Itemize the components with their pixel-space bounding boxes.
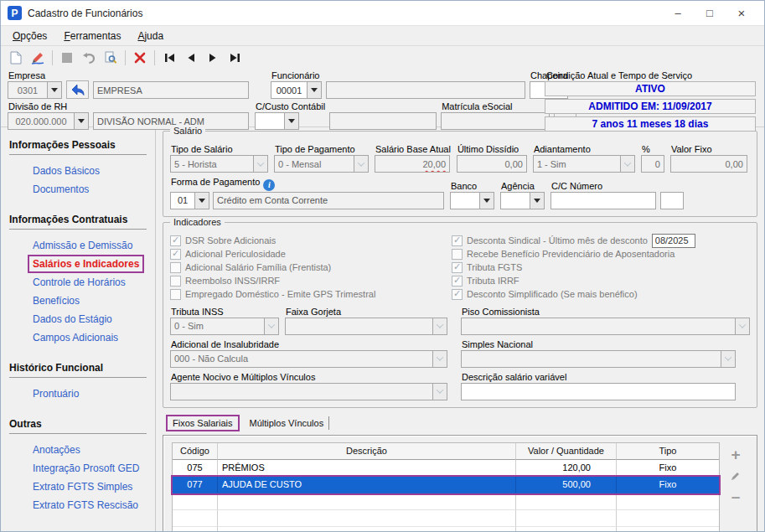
tributa-inss-dropdown-icon[interactable] xyxy=(265,318,279,335)
sidebar-item-prontuario[interactable]: Prontuário xyxy=(33,385,147,403)
cc-numero-field[interactable] xyxy=(550,192,656,209)
add-row-button[interactable] xyxy=(727,447,744,462)
tributa-inss-select[interactable]: 0 - Sim xyxy=(170,318,265,335)
empresa-dropdown-icon[interactable] xyxy=(48,81,62,99)
banco-field[interactable] xyxy=(450,192,480,209)
percent-field[interactable]: 0 xyxy=(641,155,664,173)
faixa-gorjeta-select[interactable] xyxy=(285,318,433,335)
nav-prev-icon[interactable] xyxy=(181,49,201,67)
valor-fixo-field[interactable]: 0,00 xyxy=(670,155,747,173)
checkbox-adicional-salario-familia[interactable]: Adicional Salário Família (Frentista) xyxy=(170,261,452,274)
tipo-salario-select[interactable]: 5 - Horista xyxy=(170,155,254,173)
simples-nacional-select[interactable] xyxy=(461,350,721,368)
funcionario-dropdown-icon[interactable] xyxy=(308,81,322,99)
new-record-icon[interactable] xyxy=(6,49,26,67)
table-row-selected[interactable]: 077 AJUDA DE CUSTO 500,00 Fixo xyxy=(173,477,719,493)
insalubridade-dropdown-icon[interactable] xyxy=(433,350,447,368)
close-button[interactable]: × xyxy=(726,3,757,24)
agente-nocivo-dropdown-icon[interactable] xyxy=(433,383,447,400)
tipo-pagamento-dropdown-icon[interactable] xyxy=(354,155,369,173)
checkbox-reembolso-inss-irrf[interactable]: Reembolso INSS/IRRF xyxy=(170,275,452,287)
table-row[interactable]: 075 PRÊMIOS 120,00 Fixo xyxy=(173,460,719,477)
col-header-tipo[interactable]: Tipo xyxy=(617,443,719,460)
menu-bar: Opções Ferramentas Ajuda xyxy=(1,26,764,46)
checkbox-adicional-periculosidade[interactable]: Adicional Periculosidade xyxy=(170,248,452,261)
tipo-salario-dropdown-icon[interactable] xyxy=(254,155,268,173)
nav-next-icon[interactable] xyxy=(203,49,223,67)
ccusto-dropdown-icon[interactable] xyxy=(285,112,299,130)
sidebar-item-campos-adicionais[interactable]: Campos Adicionais xyxy=(33,328,147,347)
agente-nocivo-select[interactable] xyxy=(170,383,433,400)
adiantamento-dropdown-icon[interactable] xyxy=(621,155,635,173)
sidebar-item-admissao-demissao[interactable]: Admissão e Demissão xyxy=(33,236,147,255)
table-row[interactable] xyxy=(173,510,719,527)
sidebar-item-controle-horarios[interactable]: Controle de Horários xyxy=(33,273,147,292)
sidebar-item-anotacoes[interactable]: Anotações xyxy=(33,441,147,459)
piso-comissionista-select[interactable] xyxy=(461,318,736,335)
table-row[interactable] xyxy=(173,493,719,510)
sidebar-item-dados-estagio[interactable]: Dados do Estágio xyxy=(33,310,147,328)
sidebar-item-extrato-fgts-rescisao[interactable]: Extrato FGTS Rescisão xyxy=(33,496,147,514)
table-row[interactable] xyxy=(173,527,719,532)
empresa-code-field[interactable]: 0301 xyxy=(8,81,48,99)
col-header-codigo[interactable]: Código xyxy=(173,443,218,460)
grid-actions xyxy=(720,442,752,532)
funcionario-code-field[interactable]: 00001 xyxy=(271,81,308,99)
sidebar-item-integracao-prosoft-ged[interactable]: Integração Prosoft GED xyxy=(33,459,147,478)
sindical-mes-field[interactable]: 08/2025 xyxy=(652,234,695,248)
sidebar-item-documentos[interactable]: Documentos xyxy=(33,180,147,199)
descricao-salario-variavel-field[interactable] xyxy=(461,383,736,400)
banco-dropdown-icon[interactable] xyxy=(480,192,494,209)
ultimo-dissidio-field[interactable]: 0,00 xyxy=(457,155,527,173)
checkbox-desconta-sindical[interactable]: Desconta Sindical - Último mês de descon… xyxy=(452,235,750,247)
checkbox-desconto-simplificado[interactable]: Desconto Simplificado (Se mais benéfico) xyxy=(452,288,750,301)
save-record-icon[interactable] xyxy=(57,49,77,67)
insalubridade-select[interactable]: 000 - Não Calcula xyxy=(170,350,433,368)
agencia-dropdown-icon[interactable] xyxy=(530,192,545,209)
sidebar-item-beneficios[interactable]: Benefícios xyxy=(33,292,147,310)
divisao-dropdown-icon[interactable] xyxy=(75,112,89,130)
menu-ajuda[interactable]: Ajuda xyxy=(131,28,170,44)
checkbox-tributa-irrf[interactable]: Tributa IRRF xyxy=(452,275,750,287)
tab-multiplos-vinculos[interactable]: Múltiplos Vínculos xyxy=(245,416,330,430)
divisao-code-field[interactable]: 020.000.000 xyxy=(8,112,75,130)
cc-digito-field[interactable] xyxy=(660,192,684,209)
nav-last-icon[interactable] xyxy=(225,49,245,67)
delete-record-icon[interactable] xyxy=(130,49,150,67)
maximize-button[interactable]: □ xyxy=(694,3,726,24)
edit-record-icon[interactable] xyxy=(28,49,48,67)
col-header-descricao[interactable]: Descrição xyxy=(218,443,516,460)
edit-row-button[interactable] xyxy=(727,468,744,483)
simples-nacional-dropdown-icon[interactable] xyxy=(721,350,736,368)
checkbox-recebe-beneficio-previdenciario[interactable]: Recebe Benefício Previdenciário de Apose… xyxy=(452,248,750,261)
agencia-field[interactable] xyxy=(500,192,530,209)
matricula-esocial-field[interactable] xyxy=(441,112,550,130)
tipo-pagamento-select[interactable]: 0 - Mensal xyxy=(274,155,354,173)
cell-valor xyxy=(516,510,617,527)
sidebar-item-salarios-indicadores[interactable]: Salários e Indicadores xyxy=(28,255,144,273)
change-company-button[interactable] xyxy=(66,80,89,99)
sidebar-item-dados-basicos[interactable]: Dados Básicos xyxy=(33,162,147,180)
menu-ferramentas[interactable]: Ferramentas xyxy=(57,28,127,44)
menu-opcoes[interactable]: Opções xyxy=(6,28,54,44)
cell-codigo xyxy=(173,510,218,527)
adiantamento-select[interactable]: 1 - Sim xyxy=(533,155,621,173)
forma-pagamento-code-field[interactable]: 01 xyxy=(170,192,195,209)
info-icon[interactable] xyxy=(263,179,275,191)
minimize-button[interactable]: – xyxy=(662,3,694,24)
checkbox-dsr-sobre-adicionais[interactable]: DSR Sobre Adicionais xyxy=(170,235,452,247)
undo-icon[interactable] xyxy=(79,49,99,67)
checkbox-empregado-domestico[interactable]: Empregado Doméstico - Emite GPS Trimestr… xyxy=(170,288,452,301)
forma-pagamento-dropdown-icon[interactable] xyxy=(195,192,209,209)
salario-base-field[interactable]: 20,00 xyxy=(375,155,450,173)
sidebar-item-extrato-fgts-simples[interactable]: Extrato FGTS Simples xyxy=(33,478,147,496)
col-header-valor[interactable]: Valor / Quantidade xyxy=(516,443,617,460)
ccusto-code-field[interactable] xyxy=(255,112,285,130)
tab-fixos-salariais[interactable]: Fixos Salariais xyxy=(166,415,240,431)
piso-comissionista-dropdown-icon[interactable] xyxy=(736,318,750,335)
remove-row-button[interactable] xyxy=(727,489,744,504)
checkbox-tributa-fgts[interactable]: Tributa FGTS xyxy=(452,261,750,274)
search-record-icon[interactable] xyxy=(101,49,121,67)
nav-first-icon[interactable] xyxy=(159,49,179,67)
faixa-gorjeta-dropdown-icon[interactable] xyxy=(433,318,447,335)
